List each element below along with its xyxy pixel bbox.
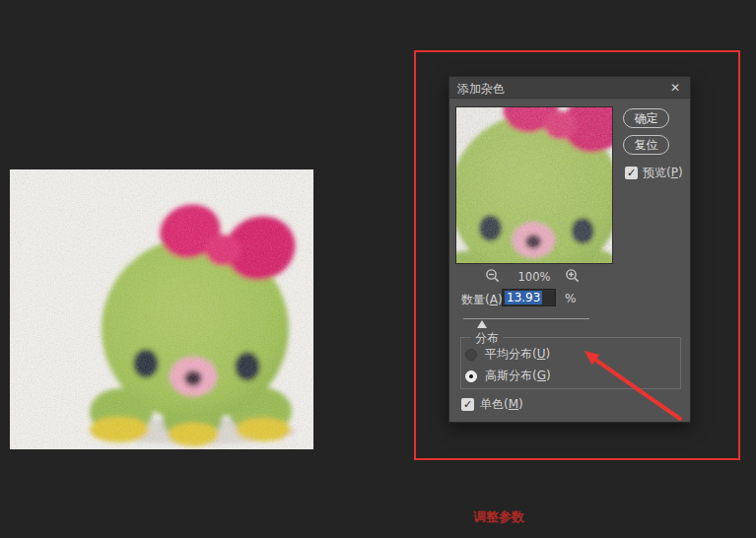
reset-button[interactable]: 复位 [623,135,669,155]
amount-unit: % [565,292,576,305]
radio-uniform-label: 平均分布(U) [485,346,550,363]
annotation-caption: 调整参数 [440,508,558,526]
photoshop-workspace: 添加杂色 ✕ 100% 数量(A): 13.93 % 分布 [0,0,756,538]
dialog-titlebar[interactable]: 添加杂色 ✕ [449,77,690,99]
preview-image [456,107,613,264]
octopus-photo [10,169,313,449]
checkbox-checked-icon[interactable]: ✓ [625,167,638,179]
dialog-title: 添加杂色 [457,81,505,98]
monochrome-label: 单色(M) [480,396,523,413]
preview-label: 预览(P) [643,165,683,181]
close-icon[interactable]: ✕ [667,80,683,96]
checkbox-checked-icon[interactable]: ✓ [461,398,474,411]
document-image [10,169,313,449]
radio-selected-icon[interactable] [465,370,477,382]
radio-unselected-icon[interactable] [465,349,477,361]
monochrome-checkbox-row[interactable]: ✓ 单色(M) [461,396,523,413]
noise-preview-thumbnail[interactable] [455,106,613,264]
amount-slider-track[interactable] [463,318,589,319]
distribution-group: 分布 平均分布(U) 高斯分布(G) [460,337,681,389]
distribution-group-label: 分布 [471,330,503,347]
zoom-level: 100% [511,270,558,284]
preview-checkbox-row[interactable]: ✓ 预览(P) [625,165,683,181]
zoom-out-icon[interactable] [485,268,501,284]
amount-label: 数量(A): [461,292,507,308]
amount-input[interactable]: 13.93 [502,289,556,306]
amount-slider-thumb[interactable] [477,320,487,328]
radio-uniform-distribution[interactable]: 平均分布(U) [465,346,550,363]
ok-button[interactable]: 确定 [623,108,669,128]
radio-gaussian-distribution[interactable]: 高斯分布(G) [465,368,551,384]
add-noise-dialog: 添加杂色 ✕ 100% 数量(A): 13.93 % 分布 [449,77,690,422]
amount-value: 13.93 [505,291,542,304]
zoom-in-icon[interactable] [565,268,581,284]
radio-gaussian-label: 高斯分布(G) [485,368,551,384]
